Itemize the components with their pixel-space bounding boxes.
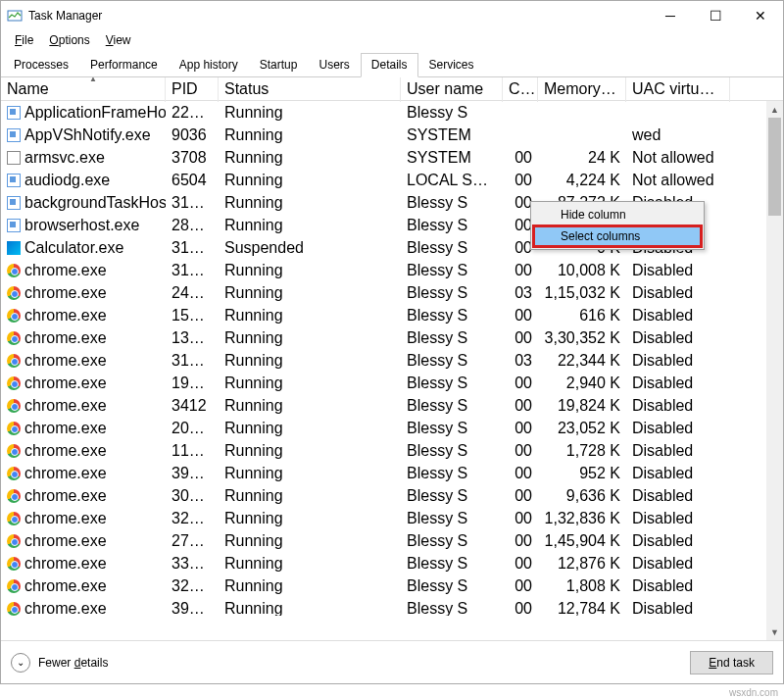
- process-uac: Not allowed: [626, 170, 730, 191]
- process-pid: 30452: [166, 485, 219, 507]
- process-name: chrome.exe: [24, 600, 107, 617]
- process-pid: 3708: [166, 147, 219, 169]
- process-user: Blessy S: [401, 440, 503, 462]
- minimize-button[interactable]: ─: [648, 1, 693, 30]
- process-pid: 32176: [166, 508, 219, 529]
- menubar: File Options View: [1, 30, 783, 50]
- process-pid: 24120: [166, 282, 219, 304]
- process-uac: Not allowed: [626, 147, 730, 169]
- table-row[interactable]: chrome.exe39740RunningBlessy S0012,784 K…: [1, 597, 783, 616]
- menu-options[interactable]: Options: [43, 31, 95, 49]
- process-user: Blessy S: [401, 530, 503, 552]
- process-user: Blessy S: [401, 485, 503, 507]
- table-row[interactable]: chrome.exe32176RunningBlessy S001,32,836…: [1, 507, 783, 529]
- table-body[interactable]: ApplicationFrameHo...22420RunningBlessy …: [1, 101, 783, 616]
- process-name: ApplicationFrameHo...: [24, 104, 166, 122]
- process-icon: [7, 331, 21, 345]
- table-row[interactable]: ApplicationFrameHo...22420RunningBlessy …: [1, 101, 783, 124]
- tab-users[interactable]: Users: [308, 53, 360, 77]
- process-memory: 22,344 K: [538, 350, 626, 372]
- table-row[interactable]: armsvc.exe3708RunningSYSTEM0024 KNot all…: [1, 146, 783, 169]
- maximize-button[interactable]: ☐: [693, 1, 738, 30]
- table-row[interactable]: chrome.exe31304RunningBlessy S0322,344 K…: [1, 349, 783, 372]
- scroll-thumb[interactable]: [768, 118, 781, 216]
- process-pid: 19828: [166, 373, 219, 394]
- table-row[interactable]: chrome.exe39512RunningBlessy S00952 KDis…: [1, 462, 783, 484]
- process-user: Blessy S: [401, 282, 503, 304]
- table-content: Name▲ PID Status User name CPU Memory (a…: [1, 77, 783, 640]
- column-uac[interactable]: UAC virtualizati...: [626, 77, 730, 102]
- tab-processes[interactable]: Processes: [3, 53, 79, 77]
- column-cpu[interactable]: CPU: [503, 77, 538, 102]
- process-icon: [7, 219, 21, 232]
- process-icon: [7, 467, 21, 480]
- process-cpu: 00: [503, 575, 538, 597]
- process-status: Running: [219, 215, 401, 236]
- process-name: chrome.exe: [24, 284, 107, 302]
- table-row[interactable]: chrome.exe13424RunningBlessy S003,30,352…: [1, 326, 783, 349]
- column-user[interactable]: User name: [401, 77, 503, 102]
- table-row[interactable]: chrome.exe19828RunningBlessy S002,940 KD…: [1, 372, 783, 394]
- context-select-columns[interactable]: Select columns: [532, 225, 703, 248]
- process-uac: Disabled: [626, 575, 730, 597]
- menu-view[interactable]: View: [100, 31, 137, 49]
- process-status: Running: [219, 125, 401, 146]
- end-task-button[interactable]: End task: [690, 651, 773, 674]
- tab-app-history[interactable]: App history: [169, 53, 249, 77]
- scroll-up-icon[interactable]: ▲: [766, 101, 783, 118]
- process-cpu: [503, 133, 538, 137]
- process-name: chrome.exe: [24, 307, 107, 325]
- table-row[interactable]: AppVShNotify.exe9036RunningSYSTEMwed: [1, 124, 783, 146]
- process-memory: 1,45,904 K: [538, 530, 626, 552]
- column-memory[interactable]: Memory (ac...: [538, 77, 626, 102]
- tab-services[interactable]: Services: [418, 53, 485, 77]
- process-icon: [7, 399, 21, 413]
- process-icon: [7, 264, 21, 277]
- context-hide-column[interactable]: Hide column: [533, 204, 702, 225]
- process-name: armsvc.exe: [24, 149, 105, 167]
- process-uac: Disabled: [626, 508, 730, 529]
- process-status: Running: [219, 350, 401, 372]
- process-icon: [7, 376, 21, 390]
- fewer-details-button[interactable]: ⌄ Fewer details: [11, 653, 108, 673]
- menu-file[interactable]: File: [9, 31, 39, 49]
- process-status: Running: [219, 327, 401, 349]
- close-button[interactable]: ✕: [738, 1, 783, 30]
- table-row[interactable]: chrome.exe31008RunningBlessy S0010,008 K…: [1, 259, 783, 281]
- tab-startup[interactable]: Startup: [249, 53, 309, 77]
- process-user: Blessy S: [401, 418, 503, 439]
- process-name: audiodg.exe: [24, 172, 110, 189]
- task-manager-window: Task Manager ─ ☐ ✕ File Options View Pro…: [0, 0, 784, 684]
- tab-details[interactable]: Details: [361, 53, 418, 77]
- process-uac: Disabled: [626, 553, 730, 574]
- process-status: Running: [219, 440, 401, 462]
- process-status: Running: [219, 147, 401, 169]
- process-user: Blessy S: [401, 305, 503, 326]
- process-name: chrome.exe: [24, 577, 107, 595]
- tab-performance[interactable]: Performance: [79, 53, 169, 77]
- process-memory: 23,052 K: [538, 418, 626, 439]
- process-name: chrome.exe: [24, 329, 107, 347]
- vertical-scrollbar[interactable]: ▲ ▼: [766, 101, 783, 640]
- table-row[interactable]: chrome.exe30452RunningBlessy S009,636 KD…: [1, 484, 783, 507]
- process-icon: [7, 422, 21, 435]
- table-row[interactable]: chrome.exe24120RunningBlessy S031,15,032…: [1, 281, 783, 304]
- table-row[interactable]: chrome.exe33292RunningBlessy S0012,876 K…: [1, 552, 783, 574]
- table-row[interactable]: chrome.exe15576RunningBlessy S00616 KDis…: [1, 304, 783, 326]
- process-status: Running: [219, 373, 401, 394]
- column-status[interactable]: Status: [219, 77, 401, 102]
- column-name[interactable]: Name▲: [1, 77, 166, 102]
- table-row[interactable]: chrome.exe20272RunningBlessy S0023,052 K…: [1, 417, 783, 439]
- scroll-down-icon[interactable]: ▼: [766, 624, 783, 640]
- column-pid[interactable]: PID: [166, 77, 219, 102]
- table-row[interactable]: chrome.exe3412RunningBlessy S0019,824 KD…: [1, 394, 783, 417]
- table-row[interactable]: audiodg.exe6504RunningLOCAL SER...004,22…: [1, 169, 783, 191]
- process-status: Running: [219, 575, 401, 597]
- process-uac: Disabled: [626, 395, 730, 417]
- process-cpu: 00: [503, 553, 538, 574]
- process-status: Running: [219, 282, 401, 304]
- table-row[interactable]: chrome.exe11132RunningBlessy S001,728 KD…: [1, 439, 783, 462]
- table-row[interactable]: chrome.exe32468RunningBlessy S001,808 KD…: [1, 574, 783, 597]
- table-row[interactable]: chrome.exe27376RunningBlessy S001,45,904…: [1, 529, 783, 552]
- app-icon: [7, 8, 23, 24]
